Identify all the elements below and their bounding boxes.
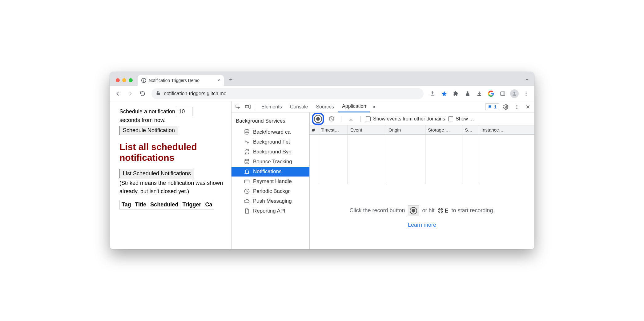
col-origin[interactable]: Origin (386, 125, 425, 134)
sidebar-item-label: Periodic Backgr (253, 188, 290, 194)
sidebar-item-label: Bounce Tracking (253, 159, 292, 165)
new-tab-button[interactable]: + (226, 76, 235, 83)
address-bar[interactable]: notification-triggers.glitch.me (151, 88, 424, 99)
sidebar-item-push-messaging[interactable]: Push Messaging (231, 196, 309, 206)
profile-button[interactable] (509, 88, 520, 99)
col-s[interactable]: S… (462, 125, 479, 134)
minimize-window-button[interactable] (122, 78, 126, 82)
col-storage[interactable]: Storage … (425, 125, 462, 134)
browser-toolbar: notification-triggers.glitch.me (110, 86, 534, 101)
recording-hint: Click the record button or hit ⌘ E to st… (310, 184, 534, 249)
tab-elements[interactable]: Elements (258, 101, 286, 112)
reload-button[interactable] (137, 88, 148, 99)
sidebar-item-back-forward-cache[interactable]: Back/forward ca (231, 127, 309, 137)
events-table-header: # Timest… Event Origin Storage … S… Inst… (310, 125, 534, 135)
svg-rect-14 (245, 180, 249, 183)
svg-rect-0 (501, 92, 505, 95)
url-text: notification-triggers.glitch.me (164, 91, 227, 96)
globe-icon (141, 78, 146, 83)
menu-button[interactable] (521, 88, 531, 99)
tab-application[interactable]: Application (338, 101, 370, 112)
browser-tab[interactable]: Notification Triggers Demo × (138, 75, 224, 86)
sidebar-item-payment-handler[interactable]: Payment Handle (231, 177, 309, 186)
google-icon[interactable] (486, 88, 496, 99)
col-event[interactable]: Event (348, 125, 386, 134)
svg-rect-7 (249, 105, 250, 108)
sidebar-item-label: Background Syn (253, 149, 292, 155)
svg-point-1 (513, 92, 515, 94)
hint-text-post: to start recording. (452, 207, 495, 214)
issues-button[interactable]: 1 (485, 103, 499, 110)
sidebar-item-label: Notifications (253, 169, 282, 175)
sidebar-item-label: Back/forward ca (253, 129, 291, 135)
tab-console[interactable]: Console (286, 101, 312, 112)
svg-point-10 (517, 106, 517, 107)
devtools-panel: Elements Console Sources Application » 1 (231, 101, 534, 249)
sidebar-heading: Background Services (231, 116, 309, 127)
bell-icon (244, 169, 250, 175)
maximize-window-button[interactable] (129, 78, 133, 82)
schedule-notification-button[interactable]: Schedule Notification (119, 126, 178, 135)
close-window-button[interactable] (116, 78, 120, 82)
hint-shortcut: ⌘ E (438, 207, 449, 214)
application-sidebar: Background Services Back/forward ca Back… (231, 112, 310, 249)
inspect-element-icon[interactable] (233, 102, 243, 112)
close-tab-button[interactable]: × (217, 78, 220, 83)
more-tabs-button[interactable]: » (370, 104, 377, 110)
checkbox-label: Show events from other domains (373, 116, 445, 122)
hint-text-mid: or hit (422, 207, 434, 214)
sidebar-item-reporting-api[interactable]: Reporting API (231, 206, 309, 216)
sidebar-item-bounce-tracking[interactable]: Bounce Tracking (231, 157, 309, 167)
extensions-icon[interactable] (451, 88, 461, 99)
lock-icon (156, 91, 161, 97)
svg-point-8 (505, 106, 507, 108)
sidebar-item-background-fetch[interactable]: Background Fet (231, 137, 309, 147)
database-icon (244, 129, 250, 135)
show-other-domains-checkbox[interactable]: Show events from other domains (366, 116, 445, 122)
hint-text-pre: Click the record button (349, 207, 405, 214)
side-panel-icon[interactable] (497, 88, 508, 99)
settings-icon[interactable] (501, 102, 510, 112)
seconds-input[interactable] (177, 107, 192, 116)
share-icon[interactable] (427, 88, 438, 99)
close-devtools-icon[interactable] (523, 102, 533, 112)
downloads-icon[interactable] (474, 88, 485, 99)
save-icon[interactable] (346, 114, 356, 124)
events-table-body (310, 135, 534, 184)
col-timestamp[interactable]: Timest… (318, 125, 348, 134)
bookmark-star-icon[interactable] (439, 88, 449, 99)
issues-count: 1 (494, 104, 497, 109)
svg-rect-6 (245, 105, 248, 108)
checkbox-label: Show … (456, 116, 474, 122)
kebab-menu-icon[interactable] (512, 102, 521, 112)
fetch-icon (244, 139, 250, 145)
device-toolbar-icon[interactable] (243, 102, 252, 112)
col-title: Title (133, 200, 148, 209)
notifications-toolbar: Show events from other domains Show … (310, 112, 534, 125)
col-tag: Tag (119, 200, 133, 209)
sidebar-item-periodic-background[interactable]: Periodic Backgr (231, 186, 309, 196)
record-button[interactable] (314, 115, 322, 123)
record-icon-hint (408, 205, 419, 216)
learn-more-link[interactable]: Learn more (408, 222, 436, 228)
col-instance[interactable]: Instance… (479, 125, 534, 134)
devtools-tabbar: Elements Console Sources Application » 1 (231, 101, 534, 112)
col-index[interactable]: # (310, 125, 318, 134)
sidebar-item-background-sync[interactable]: Background Syn (231, 147, 309, 157)
tabs-menu-button[interactable]: ⌄ (525, 76, 529, 81)
tab-sources[interactable]: Sources (312, 101, 338, 112)
list-scheduled-button[interactable]: List Scheduled Notifications (119, 169, 194, 178)
forward-button[interactable] (125, 88, 135, 99)
traffic-lights (116, 78, 133, 82)
back-button[interactable] (113, 88, 123, 99)
notifications-panel: Show events from other domains Show … # … (310, 112, 534, 249)
database-icon (244, 159, 250, 165)
col-scheduled: Scheduled (148, 200, 180, 209)
sidebar-item-notifications[interactable]: Notifications (231, 167, 309, 177)
show-other-checkbox[interactable]: Show … (448, 116, 474, 122)
striked-word: Striked (121, 180, 139, 186)
clear-button[interactable] (327, 114, 336, 124)
svg-point-3 (526, 93, 527, 94)
tab-strip: Notification Triggers Demo × + ⌄ (110, 72, 534, 86)
labs-icon[interactable] (462, 88, 473, 99)
